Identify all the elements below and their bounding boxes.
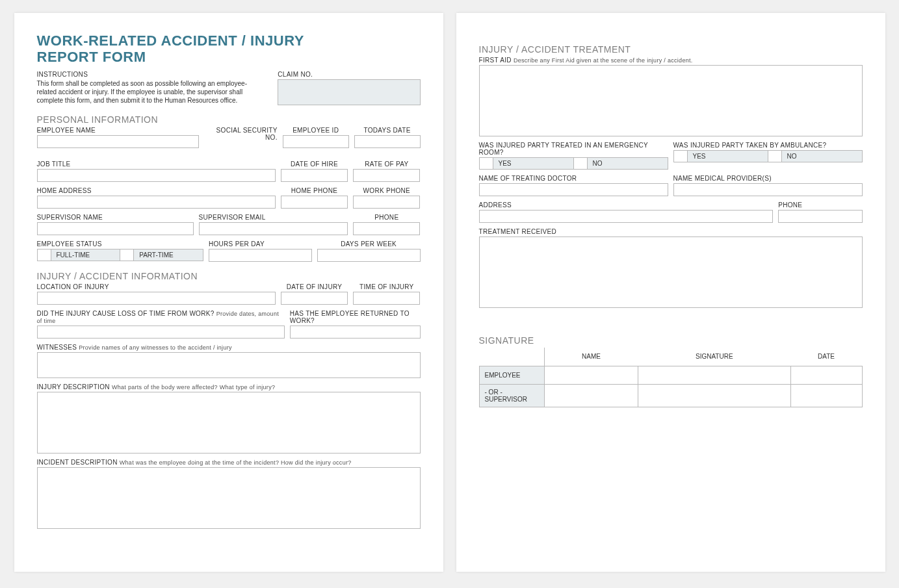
field-work-phone[interactable] — [353, 196, 420, 209]
injury-info-title: INJURY / ACCIDENT INFORMATION — [37, 271, 421, 281]
field-treat-phone[interactable] — [778, 210, 862, 223]
witnesses-label-text: WITNESSES — [37, 344, 77, 351]
label-time-injury: TIME OF INJURY — [353, 283, 420, 290]
title-line-1: WORK-RELATED ACCIDENT / INJURY — [37, 32, 304, 49]
field-first-aid[interactable] — [479, 65, 863, 136]
field-job-title[interactable] — [37, 169, 276, 182]
label-date-injury: DATE OF INJURY — [281, 283, 348, 290]
label-treat-phone: PHONE — [778, 201, 862, 209]
label-witnesses: WITNESSES Provide names of any witnesses… — [37, 344, 421, 351]
label-loss-time: DID THE INJURY CAUSE LOSS OF TIME FROM W… — [37, 310, 285, 324]
label-date-of-hire: DATE OF HIRE — [281, 160, 348, 168]
sig-row-employee: EMPLOYEE — [479, 366, 544, 384]
field-date-injury[interactable] — [281, 292, 348, 305]
sig-employee-name[interactable] — [544, 366, 638, 384]
injury-desc-hint: What parts of the body were affected? Wh… — [112, 384, 275, 390]
label-er-question: WAS INJURED PARTY TREATED IN AN EMERGENC… — [479, 142, 668, 156]
incident-desc-hint: What was the employee doing at the time … — [120, 459, 352, 466]
field-ssn — [204, 142, 278, 155]
label-first-aid: FIRST AID Describe any First Aid given a… — [479, 57, 863, 64]
label-address: ADDRESS — [479, 201, 774, 209]
checkbox-er-yes[interactable] — [479, 157, 493, 170]
field-treating-doctor[interactable] — [479, 183, 668, 196]
label-employee-id: EMPLOYEE ID — [283, 127, 349, 134]
field-todays-date[interactable] — [354, 135, 421, 148]
checkbox-part-time-label: PART-TIME — [134, 249, 203, 261]
field-incident-desc[interactable] — [37, 467, 421, 529]
claim-no-label: CLAIM NO. — [278, 71, 420, 78]
witnesses-hint: Provide names of any witnesses to the ac… — [79, 344, 232, 351]
field-address[interactable] — [479, 210, 774, 223]
label-job-title: JOB TITLE — [37, 160, 276, 168]
title-line-2: REPORT FORM — [37, 49, 146, 65]
label-supervisor-name: SUPERVISOR NAME — [37, 214, 194, 221]
sig-supervisor-name[interactable] — [544, 384, 638, 407]
instructions-text: This form shall be completed as soon as … — [37, 79, 265, 105]
field-injury-desc[interactable] — [37, 392, 421, 454]
checkbox-part-time[interactable] — [120, 249, 134, 261]
injury-desc-label-text: INJURY DESCRIPTION — [37, 383, 110, 390]
checkbox-er-no-label: NO — [588, 157, 668, 170]
label-medical-providers: NAME MEDICAL PROVIDER(S) — [673, 175, 863, 182]
field-employee-id[interactable] — [283, 135, 349, 148]
sig-supervisor-date[interactable] — [790, 384, 862, 407]
checkbox-amb-no[interactable] — [768, 150, 782, 162]
signature-title: SIGNATURE — [479, 335, 863, 346]
sig-supervisor-signature[interactable] — [638, 384, 790, 407]
field-supervisor-name[interactable] — [37, 222, 194, 235]
field-returned[interactable] — [290, 326, 421, 339]
label-treatment-received: TREATMENT RECEIVED — [479, 228, 863, 235]
field-medical-providers[interactable] — [673, 183, 863, 196]
checkbox-amb-yes-label: YES — [688, 150, 768, 162]
field-home-address[interactable] — [37, 196, 276, 209]
checkbox-er-yes-label: YES — [493, 157, 574, 170]
label-phone: PHONE — [353, 214, 420, 221]
instructions-label: INSTRUCTIONS — [37, 71, 265, 78]
loss-time-label-text: DID THE INJURY CAUSE LOSS OF TIME FROM W… — [37, 310, 215, 317]
label-amb-question: WAS INJURED PARTY TAKEN BY AMBULANCE? — [673, 142, 863, 149]
label-employee-status: EMPLOYEE STATUS — [37, 240, 203, 248]
sig-employee-date[interactable] — [790, 366, 862, 384]
checkbox-er-no[interactable] — [573, 157, 588, 170]
field-witnesses[interactable] — [37, 352, 421, 378]
sig-col-date: DATE — [790, 348, 862, 366]
label-employee-name: EMPLOYEE NAME — [37, 127, 199, 134]
field-hours-per-day[interactable] — [209, 249, 312, 262]
page-left: WORK-RELATED ACCIDENT / INJURY REPORT FO… — [14, 13, 443, 572]
first-aid-label-text: FIRST AID — [479, 57, 512, 64]
label-home-address: HOME ADDRESS — [37, 187, 276, 194]
checkbox-amb-yes[interactable] — [673, 150, 688, 162]
sig-col-signature: SIGNATURE — [638, 348, 790, 366]
sig-col-name: NAME — [544, 348, 638, 366]
field-days-per-week[interactable] — [317, 249, 421, 262]
personal-info-title: PERSONAL INFORMATION — [37, 114, 421, 125]
field-rate-of-pay[interactable] — [353, 169, 420, 182]
signature-table: NAME SIGNATURE DATE EMPLOYEE - OR - SUPE… — [479, 348, 863, 407]
form-title: WORK-RELATED ACCIDENT / INJURY REPORT FO… — [37, 32, 421, 66]
label-incident-desc: INCIDENT DESCRIPTION What was the employ… — [37, 459, 421, 466]
field-sup-phone[interactable] — [353, 222, 420, 235]
field-time-injury[interactable] — [353, 292, 420, 305]
label-hours-per-day: HOURS PER DAY — [209, 240, 312, 248]
claim-no-field[interactable] — [278, 79, 420, 105]
label-location-injury: LOCATION OF INJURY — [37, 283, 276, 290]
field-treatment-received[interactable] — [479, 236, 863, 308]
sig-employee-signature[interactable] — [638, 366, 790, 384]
label-work-phone: WORK PHONE — [353, 187, 420, 194]
field-home-phone[interactable] — [281, 196, 348, 209]
label-todays-date: TODAYS DATE — [354, 127, 421, 134]
label-treating-doctor: NAME OF TREATING DOCTOR — [479, 175, 668, 182]
field-date-of-hire[interactable] — [281, 169, 348, 182]
checkbox-amb-no-label: NO — [782, 150, 863, 162]
checkbox-full-time-label: FULL-TIME — [51, 249, 121, 261]
label-ssn: SOCIAL SECURITY NO. — [204, 127, 278, 141]
sig-row-supervisor: - OR - SUPERVISOR — [479, 384, 544, 407]
label-home-phone: HOME PHONE — [281, 187, 348, 194]
field-loss-time[interactable] — [37, 326, 285, 339]
field-supervisor-email[interactable] — [199, 222, 348, 235]
field-location-injury[interactable] — [37, 292, 276, 305]
checkbox-full-time[interactable] — [37, 249, 51, 261]
treatment-title: INJURY / ACCIDENT TREATMENT — [479, 44, 863, 55]
incident-desc-label-text: INCIDENT DESCRIPTION — [37, 459, 118, 466]
field-employee-name[interactable] — [37, 135, 199, 148]
